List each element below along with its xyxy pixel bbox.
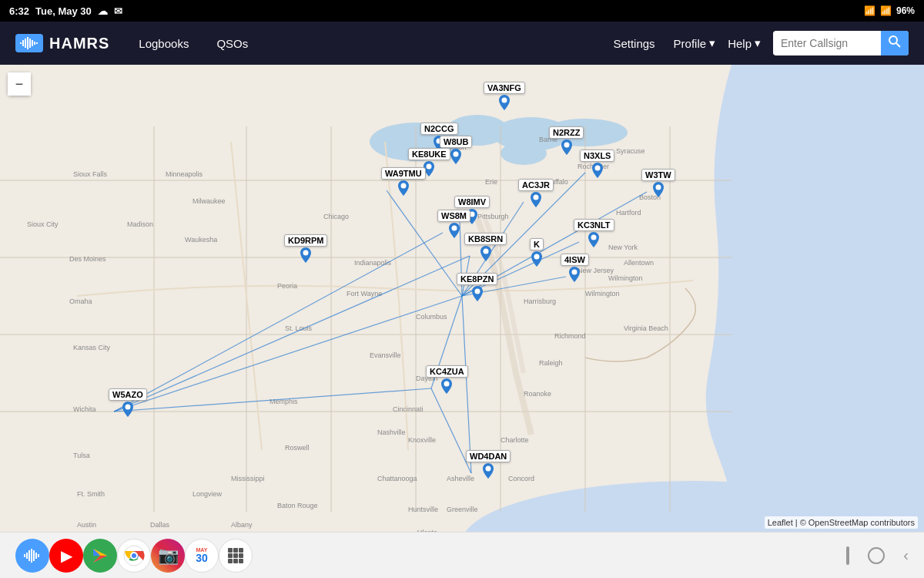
svg-text:Raleigh: Raleigh (539, 359, 563, 367)
svg-text:Sioux Falls: Sioux Falls (73, 170, 108, 178)
navbar: HAMRS Logbooks QSOs Settings Profile ▾ H… (0, 22, 924, 65)
svg-text:Baton Rouge: Baton Rouge (277, 502, 318, 509)
logo-icon (15, 34, 43, 52)
callsign-label: KC3NLT (574, 219, 614, 231)
svg-text:Roswell: Roswell (285, 444, 310, 452)
svg-point-116 (534, 254, 539, 260)
help-dropdown[interactable]: Help ▾ (728, 36, 761, 50)
svg-rect-5 (32, 40, 33, 46)
map-marker[interactable]: WD4DAN (466, 450, 511, 479)
callsign-label: N3XLS (580, 150, 614, 162)
svg-point-108 (594, 166, 600, 171)
svg-point-110 (655, 185, 661, 190)
svg-text:Mississippi: Mississippi (231, 475, 265, 482)
search-button[interactable] (881, 31, 909, 55)
map-marker[interactable]: KC4ZUA (426, 365, 468, 394)
svg-rect-6 (34, 42, 35, 45)
callsign-label: N2RZZ (549, 126, 584, 139)
chrome-icon[interactable] (117, 539, 151, 573)
map-marker[interactable]: AC3JR (518, 179, 554, 207)
callsign-label: VA3NFG (484, 82, 525, 94)
qsos-link[interactable]: QSOs (210, 34, 254, 53)
hamrs-icon[interactable] (15, 539, 49, 573)
svg-text:Erie: Erie (485, 178, 497, 186)
map-marker[interactable]: VA3NFG (484, 82, 525, 110)
search-box (773, 31, 909, 55)
svg-text:Madison: Madison (127, 220, 153, 228)
svg-point-107 (427, 164, 432, 170)
svg-text:Peoria: Peoria (277, 282, 297, 290)
logbooks-link[interactable]: Logbooks (132, 34, 195, 53)
svg-text:Charlotte: Charlotte (500, 436, 529, 444)
svg-rect-4 (29, 39, 31, 48)
apps-icon[interactable] (219, 539, 253, 573)
map-marker[interactable]: 4ISW (561, 254, 589, 282)
svg-point-115 (483, 249, 488, 254)
svg-text:Hartford: Hartford (616, 209, 641, 217)
profile-dropdown[interactable]: Profile ▾ (674, 36, 716, 50)
svg-text:Allentown: Allentown (624, 259, 654, 267)
callsign-label: WD4DAN (466, 450, 511, 462)
nav-back[interactable]: ‹ (903, 546, 909, 564)
callsign-label: WS8M (437, 210, 470, 222)
svg-rect-127 (33, 550, 35, 561)
map-marker[interactable]: W3TW (641, 169, 675, 197)
svg-text:Austin: Austin (77, 521, 96, 529)
svg-text:St. Louis: St. Louis (285, 324, 313, 332)
svg-text:Ft. Smith: Ft. Smith (77, 490, 105, 498)
svg-point-121 (125, 405, 130, 410)
map-marker[interactable]: KE8PZN (457, 273, 497, 301)
zoom-out-button[interactable]: − (8, 72, 31, 96)
map-marker[interactable]: KD9RPM (284, 234, 327, 263)
calendar-icon[interactable]: MAY 30 (185, 539, 219, 573)
map-marker[interactable]: W5AZO (109, 388, 147, 417)
svg-point-122 (486, 466, 491, 472)
callsign-label: W3TW (641, 169, 675, 181)
map-marker[interactable]: N2RZZ (549, 126, 584, 155)
svg-text:Chicago: Chicago (323, 213, 349, 220)
svg-rect-1 (22, 40, 24, 46)
svg-point-106 (564, 143, 569, 148)
callsign-label: KE8UKE (408, 148, 450, 160)
svg-rect-7 (36, 42, 38, 44)
svg-text:Virginia Beach: Virginia Beach (624, 324, 668, 332)
svg-text:Sioux City: Sioux City (27, 220, 59, 228)
svg-point-8 (889, 36, 897, 44)
nav-home[interactable] (868, 547, 885, 564)
callsign-search-input[interactable] (773, 32, 881, 54)
svg-text:Memphis: Memphis (270, 398, 298, 405)
svg-text:Knoxville: Knoxville (408, 436, 436, 444)
svg-text:Columbus: Columbus (416, 313, 447, 321)
map-marker[interactable]: KC3NLT (574, 219, 614, 247)
wifi-icon: 📶 (864, 5, 875, 16)
svg-text:Cincinnati: Cincinnati (393, 405, 424, 413)
settings-link[interactable]: Settings (607, 34, 661, 53)
nav-gesture (846, 546, 849, 565)
map-container[interactable]: Sioux Falls Minneapolis Sioux City Madis… (0, 65, 924, 532)
callsign-label: AC3JR (518, 179, 554, 191)
instagram-icon[interactable]: 📷 (151, 539, 185, 573)
svg-point-114 (591, 235, 597, 240)
map-marker[interactable]: WA9TMU (381, 167, 426, 196)
callsign-label: KD9RPM (284, 234, 327, 247)
callsign-label: KC4ZUA (426, 365, 468, 378)
svg-text:Des Moines: Des Moines (69, 255, 106, 263)
svg-rect-0 (20, 42, 22, 44)
map-attribution: Leaflet | © OpenStreetMap contributors (765, 516, 918, 529)
svg-point-113 (451, 226, 457, 231)
svg-rect-128 (35, 553, 37, 559)
map-marker[interactable]: KB8SRN (464, 233, 507, 261)
svg-text:Albany: Albany (231, 521, 253, 529)
map-marker[interactable]: N3XLS (580, 150, 614, 178)
svg-rect-138 (228, 548, 233, 553)
map-marker[interactable]: K (530, 238, 544, 267)
svg-text:Chattanooga: Chattanooga (377, 475, 417, 482)
svg-text:Kansas City: Kansas City (73, 344, 111, 351)
youtube-icon[interactable]: ▶ (49, 539, 83, 573)
svg-rect-123 (24, 554, 25, 557)
svg-text:Minneapolis: Minneapolis (166, 170, 203, 178)
nav-right: Settings Profile ▾ Help ▾ (607, 31, 909, 55)
playstore-icon[interactable] (83, 539, 117, 573)
profile-chevron-icon: ▾ (709, 36, 715, 50)
svg-point-137 (132, 553, 136, 558)
